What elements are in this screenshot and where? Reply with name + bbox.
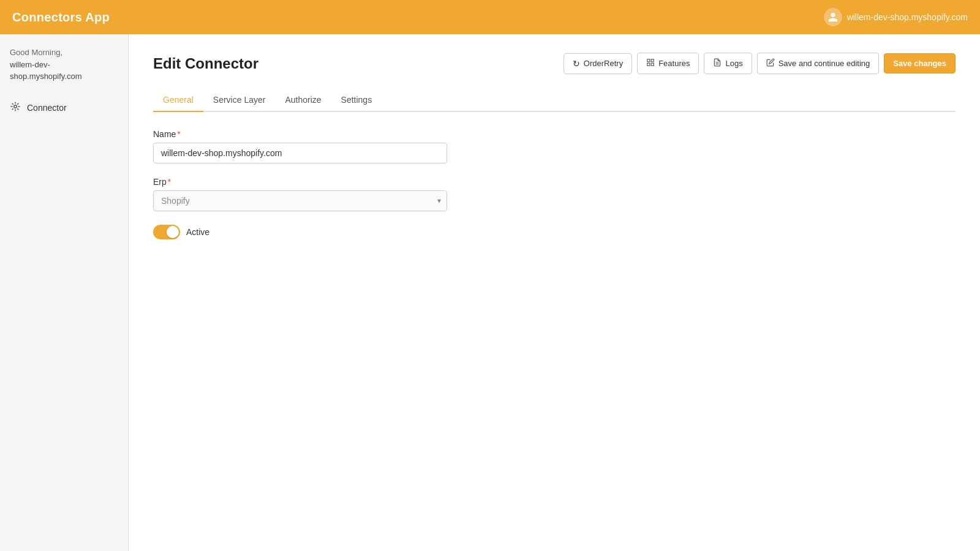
- connector-icon: [10, 101, 21, 115]
- page-header: Edit Connector ↻ OrderRetry Features: [153, 53, 956, 74]
- erp-required: *: [168, 177, 171, 187]
- svg-rect-4: [647, 63, 650, 66]
- tab-settings[interactable]: Settings: [331, 89, 382, 112]
- navbar-username: willem-dev-shop.myshopify.com: [847, 12, 968, 22]
- save-continue-button[interactable]: Save and continue editing: [757, 53, 880, 74]
- name-label: Name*: [153, 129, 447, 139]
- svg-rect-1: [647, 59, 650, 62]
- tabs-container: General Service Layer Authorize Settings: [153, 89, 956, 112]
- save-changes-button[interactable]: Save changes: [884, 53, 956, 73]
- logs-icon: [713, 58, 722, 69]
- page-title: Edit Connector: [153, 55, 258, 72]
- header-actions: ↻ OrderRetry Features: [564, 53, 956, 74]
- sidebar: Good Morning, willem-dev-shop.myshopify.…: [0, 34, 129, 551]
- features-icon: [646, 58, 655, 69]
- svg-rect-3: [651, 63, 654, 66]
- active-toggle[interactable]: [153, 225, 180, 239]
- svg-rect-2: [651, 59, 654, 62]
- erp-label: Erp*: [153, 177, 447, 187]
- sidebar-item-connector-label: Connector: [27, 103, 67, 113]
- sidebar-greeting: Good Morning, willem-dev-shop.myshopify.…: [0, 47, 128, 95]
- tab-service-layer[interactable]: Service Layer: [203, 89, 276, 112]
- sidebar-item-connector[interactable]: Connector: [0, 95, 128, 121]
- name-required: *: [177, 129, 180, 139]
- toggle-knob: [167, 226, 179, 238]
- svg-point-0: [14, 105, 17, 108]
- greeting-line1: Good Morning,: [10, 47, 118, 59]
- name-field-group: Name*: [153, 129, 447, 163]
- main-content: Edit Connector ↻ OrderRetry Features: [129, 34, 980, 551]
- features-button[interactable]: Features: [637, 53, 699, 74]
- active-label: Active: [186, 227, 209, 237]
- tab-general[interactable]: General: [153, 89, 203, 112]
- top-navbar: Connectors App willem-dev-shop.myshopify…: [0, 0, 980, 34]
- user-avatar-icon: [824, 8, 842, 26]
- active-toggle-group: Active: [153, 225, 956, 239]
- tab-authorize[interactable]: Authorize: [275, 89, 331, 112]
- navbar-user: willem-dev-shop.myshopify.com: [824, 8, 968, 26]
- order-retry-button[interactable]: ↻ OrderRetry: [564, 53, 632, 74]
- app-brand: Connectors App: [12, 10, 110, 24]
- name-input[interactable]: [153, 143, 447, 163]
- erp-select[interactable]: Shopify: [153, 190, 447, 211]
- logs-button[interactable]: Logs: [704, 53, 752, 74]
- greeting-line2: willem-dev-shop.myshopify.com: [10, 59, 118, 83]
- erp-select-wrapper: Shopify ▾: [153, 190, 447, 211]
- erp-field-group: Erp* Shopify ▾: [153, 177, 447, 211]
- order-retry-icon: ↻: [573, 59, 580, 69]
- save-continue-icon: [766, 58, 775, 69]
